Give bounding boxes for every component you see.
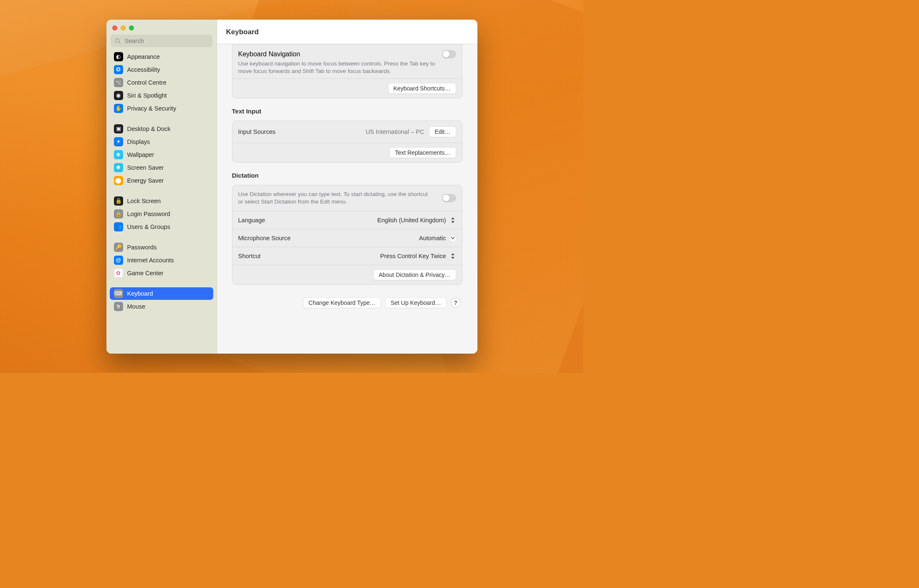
- sidebar-item-label: Appearance: [127, 53, 160, 60]
- chevron-down-icon: [449, 235, 456, 241]
- sidebar-item-label: Mouse: [127, 303, 146, 310]
- dictation-language-row[interactable]: Language English (United Kingdom): [232, 211, 462, 229]
- keyboard-navigation-row: Keyboard Navigation Use keyboard navigat…: [232, 45, 462, 78]
- zoom-icon[interactable]: [129, 25, 134, 30]
- microphone-source-value: Automatic: [419, 235, 446, 241]
- sidebar-item-label: Keyboard: [127, 290, 153, 297]
- internet-accounts-icon: @: [114, 256, 123, 265]
- help-button[interactable]: ?: [451, 298, 461, 308]
- sidebar: ◐Appearance✪Accessibility⌥Control Centre…: [106, 20, 217, 354]
- dictation-toggle-row: Use Dictation wherever you can type text…: [232, 185, 462, 211]
- sidebar-item-label: Control Centre: [127, 79, 167, 86]
- sidebar-item-desktop-dock[interactable]: ▣Desktop & Dock: [110, 123, 213, 135]
- passwords-icon: 🔑: [114, 243, 123, 252]
- about-dictation-privacy-button[interactable]: About Dictation & Privacy…: [374, 269, 456, 280]
- sidebar-item-accessibility[interactable]: ✪Accessibility: [110, 63, 213, 76]
- sidebar-item-label: Desktop & Dock: [127, 126, 171, 132]
- search-input[interactable]: [124, 37, 208, 45]
- energy-saver-icon: ⬤: [114, 176, 123, 185]
- mouse-icon: 🖱: [114, 302, 123, 311]
- sidebar-item-label: Screen Saver: [127, 164, 164, 171]
- content-pane: Keyboard Keyboard Navigation Use keyboar…: [217, 20, 477, 354]
- lock-screen-icon: 🔒: [114, 196, 123, 206]
- input-sources-label: Input Sources: [238, 128, 275, 135]
- svg-point-0: [115, 38, 119, 42]
- appearance-icon: ◐: [114, 52, 123, 61]
- minimize-icon[interactable]: [121, 25, 126, 30]
- displays-icon: ☀: [114, 137, 123, 146]
- text-input-card: Input Sources US International – PC Edit…: [232, 121, 462, 163]
- input-sources-row: Input Sources US International – PC Edit…: [232, 121, 462, 143]
- change-keyboard-type-button[interactable]: Change Keyboard Type…: [303, 297, 381, 308]
- dictation-shortcut-value: Press Control Key Twice: [380, 253, 446, 259]
- sidebar-item-label: Privacy & Security: [127, 105, 177, 112]
- content-footer: Change Keyboard Type… Set Up Keyboard… ?: [225, 294, 470, 315]
- accessibility-icon: ✪: [114, 65, 123, 74]
- updown-icon: [449, 217, 456, 224]
- sidebar-item-control-centre[interactable]: ⌥Control Centre: [110, 76, 213, 89]
- content-header: Keyboard: [217, 20, 477, 44]
- sidebar-item-label: Displays: [127, 138, 150, 145]
- sidebar-item-game-center[interactable]: ✿Game Center: [110, 267, 213, 279]
- sidebar-item-keyboard[interactable]: ⌨Keyboard: [110, 287, 213, 300]
- sidebar-search[interactable]: [111, 35, 212, 47]
- sidebar-item-label: Game Center: [127, 270, 164, 276]
- keyboard-shortcuts-button[interactable]: Keyboard Shortcuts…: [388, 83, 456, 94]
- sidebar-item-wallpaper[interactable]: ❀Wallpaper: [110, 148, 213, 161]
- window-controls: [106, 20, 217, 35]
- sidebar-item-siri-spotlight[interactable]: ◉Siri & Spotlight: [110, 89, 213, 102]
- dictation-card: Use Dictation wherever you can type text…: [232, 185, 462, 285]
- sidebar-item-label: Passwords: [127, 244, 157, 251]
- sidebar-item-passwords[interactable]: 🔑Passwords: [110, 241, 213, 254]
- content-scroll[interactable]: Keyboard Navigation Use keyboard navigat…: [217, 44, 477, 354]
- sidebar-item-label: Energy Saver: [127, 177, 164, 184]
- setup-keyboard-button[interactable]: Set Up Keyboard…: [385, 297, 447, 308]
- dictation-description: Use Dictation wherever you can type text…: [238, 191, 437, 206]
- page-title: Keyboard: [226, 28, 468, 36]
- sidebar-item-appearance[interactable]: ◐Appearance: [110, 50, 213, 63]
- input-sources-value: US International – PC: [366, 128, 424, 135]
- text-input-section-title: Text Input: [232, 108, 462, 115]
- search-icon: [115, 38, 121, 44]
- sidebar-item-screen-saver[interactable]: ✺Screen Saver: [110, 161, 213, 174]
- svg-line-1: [119, 42, 120, 43]
- keyboard-navigation-label: Keyboard Navigation: [238, 50, 442, 58]
- wallpaper-icon: ❀: [114, 150, 123, 159]
- keyboard-navigation-card: Keyboard Navigation Use keyboard navigat…: [232, 44, 462, 98]
- input-sources-edit-button[interactable]: Edit…: [429, 126, 456, 137]
- text-replacements-button[interactable]: Text Replacements…: [389, 147, 456, 158]
- dictation-toggle[interactable]: [442, 194, 456, 202]
- dictation-shortcut-row[interactable]: Shortcut Press Control Key Twice: [232, 247, 462, 265]
- dictation-language-value: English (United Kingdom): [377, 217, 446, 224]
- keyboard-icon: ⌨: [114, 289, 123, 298]
- sidebar-item-label: Wallpaper: [127, 151, 154, 158]
- microphone-source-label: Microphone Source: [238, 235, 291, 241]
- sidebar-item-privacy-security[interactable]: ✋Privacy & Security: [110, 102, 213, 115]
- sidebar-item-energy-saver[interactable]: ⬤Energy Saver: [110, 174, 213, 187]
- close-icon[interactable]: [112, 25, 117, 30]
- sidebar-item-label: Internet Accounts: [127, 257, 174, 264]
- game-center-icon: ✿: [114, 269, 123, 278]
- sidebar-item-login-password[interactable]: 🔒Login Password: [110, 208, 213, 220]
- login-password-icon: 🔒: [114, 209, 123, 219]
- control-centre-icon: ⌥: [114, 78, 123, 87]
- microphone-source-row[interactable]: Microphone Source Automatic: [232, 229, 462, 247]
- dictation-section-title: Dictation: [232, 172, 462, 179]
- sidebar-item-mouse[interactable]: 🖱Mouse: [110, 300, 213, 313]
- privacy-security-icon: ✋: [114, 104, 123, 113]
- desktop-dock-icon: ▣: [114, 124, 123, 133]
- sidebar-item-label: Login Password: [127, 211, 170, 217]
- keyboard-navigation-toggle[interactable]: [442, 50, 456, 58]
- dictation-language-label: Language: [238, 217, 265, 224]
- siri-spotlight-icon: ◉: [114, 91, 123, 100]
- sidebar-item-users-groups[interactable]: 👥Users & Groups: [110, 221, 213, 233]
- sidebar-item-lock-screen[interactable]: 🔒Lock Screen: [110, 195, 213, 207]
- sidebar-nav[interactable]: ◐Appearance✪Accessibility⌥Control Centre…: [106, 50, 217, 354]
- sidebar-item-label: Lock Screen: [127, 198, 161, 204]
- keyboard-navigation-description: Use keyboard navigation to move focus be…: [238, 58, 456, 75]
- users-groups-icon: 👥: [114, 222, 123, 231]
- sidebar-item-displays[interactable]: ☀Displays: [110, 136, 213, 148]
- dictation-shortcut-label: Shortcut: [238, 253, 261, 259]
- sidebar-item-internet-accounts[interactable]: @Internet Accounts: [110, 254, 213, 266]
- sidebar-item-label: Users & Groups: [127, 224, 170, 230]
